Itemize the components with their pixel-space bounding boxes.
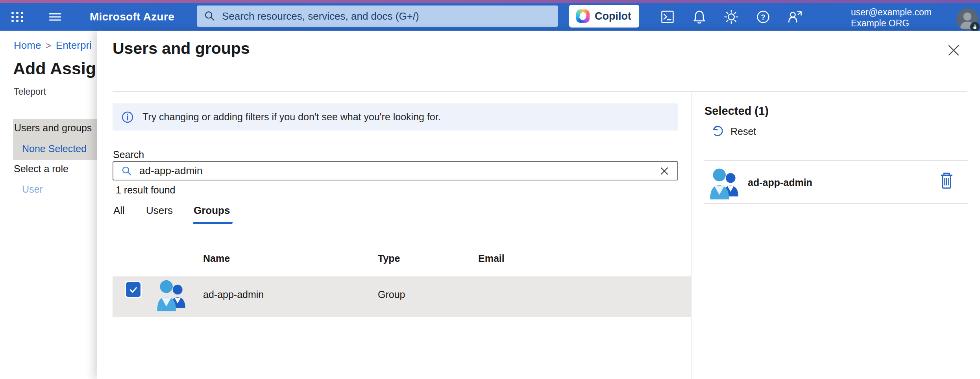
info-icon [121, 111, 134, 123]
remove-item-trash-icon[interactable] [939, 172, 954, 190]
search-icon [121, 166, 132, 177]
help-icon[interactable]: ? [755, 9, 771, 25]
panel-vertical-divider [691, 91, 692, 379]
notifications-bell-icon[interactable] [692, 9, 707, 25]
select-role-user-link[interactable]: User [22, 184, 43, 195]
row-checkbox[interactable] [126, 282, 141, 297]
copilot-label: Copilot [595, 10, 631, 22]
users-groups-section-label: Users and groups [14, 122, 92, 134]
settings-gear-icon[interactable] [723, 9, 739, 25]
account-org: Example ORG [851, 18, 932, 29]
account-email: user@example.com [851, 7, 932, 18]
group-icon [157, 280, 187, 314]
table-row[interactable]: ad-app-admin Group [113, 276, 691, 317]
avatar[interactable] [956, 8, 978, 30]
group-icon [710, 168, 740, 202]
selected-item-name: ad-app-admin [748, 177, 812, 188]
cloud-shell-icon[interactable] [660, 9, 675, 25]
copilot-logo-icon [576, 9, 590, 23]
info-banner-text: Try changing or adding filters if you do… [142, 111, 441, 123]
brand-title[interactable]: Microsoft Azure [90, 10, 174, 24]
row-type-cell: Group [378, 289, 405, 300]
breadcrumb: Home>Enterpri [14, 39, 92, 52]
reset-label: Reset [730, 126, 756, 137]
search-icon [204, 10, 216, 22]
breadcrumb-separator: > [41, 40, 55, 51]
top-navigation-bar: Microsoft Azure Copilot [0, 3, 980, 31]
feedback-icon[interactable] [787, 9, 803, 25]
breadcrumb-home-link[interactable]: Home [14, 39, 41, 51]
top-accent-strip [0, 0, 980, 3]
column-header-type[interactable]: Type [378, 253, 400, 264]
selected-list-divider [704, 160, 968, 161]
panel-search-box[interactable] [113, 161, 678, 180]
undo-icon [710, 124, 725, 138]
panel-search-input[interactable] [139, 165, 659, 177]
row-name-cell: ad-app-admin [203, 289, 264, 300]
copilot-button[interactable]: Copilot [569, 5, 639, 28]
close-icon[interactable] [946, 42, 962, 58]
results-count-text: 1 result found [116, 184, 176, 196]
lock-badge-icon [970, 22, 980, 31]
global-search-input[interactable] [222, 10, 551, 22]
column-header-email[interactable]: Email [478, 253, 505, 264]
azure-portal-screen: Microsoft Azure Copilot [0, 0, 980, 379]
select-role-section-label: Select a role [14, 163, 68, 175]
panel-title: Users and groups [113, 39, 250, 58]
reset-button[interactable]: Reset [710, 124, 756, 138]
app-launcher-icon[interactable] [9, 9, 25, 25]
global-search-bar[interactable] [197, 6, 558, 27]
search-field-label: Search [113, 149, 144, 160]
active-tab-underline [193, 222, 233, 224]
breadcrumb-current-link[interactable]: Enterpri [56, 39, 92, 51]
column-header-name[interactable]: Name [203, 253, 230, 264]
users-groups-none-selected-link[interactable]: None Selected [22, 143, 87, 155]
hamburger-menu-icon[interactable] [47, 9, 63, 25]
panel-header-divider [113, 91, 967, 92]
svg-text:?: ? [761, 13, 766, 21]
page-subtitle: Teleport [14, 86, 46, 97]
info-banner: Try changing or adding filters if you do… [113, 103, 678, 131]
clear-search-icon[interactable] [659, 166, 669, 176]
selected-count-title: Selected (1) [704, 105, 769, 118]
tab-all[interactable]: All [113, 204, 125, 217]
tab-groups[interactable]: Groups [194, 204, 230, 217]
selected-list-divider [704, 203, 968, 204]
users-and-groups-panel: Users and groups Try changing or adding … [97, 31, 980, 379]
tab-users[interactable]: Users [146, 204, 173, 217]
account-info[interactable]: user@example.com Example ORG [851, 7, 932, 29]
